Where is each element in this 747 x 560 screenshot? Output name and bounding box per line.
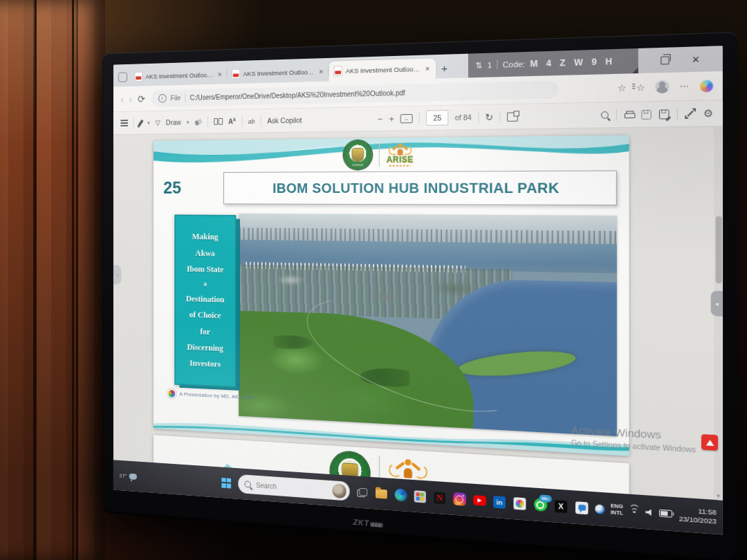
highlight-icon[interactable] [138,119,143,127]
divider [419,113,420,124]
notification-badge: 99+ [539,494,551,503]
adobe-acrobat-icon[interactable] [701,434,718,451]
zoom-out-icon[interactable]: − [378,113,383,124]
fit-width-icon[interactable]: ↔ [400,113,413,122]
arise-logo: ARISE [387,143,414,167]
save-icon[interactable] [642,109,652,119]
search-input[interactable] [255,480,328,494]
updown-icon: ⇅ [475,60,482,71]
refresh-icon[interactable]: ⟳ [138,93,145,103]
side-panel-line: Making [192,229,219,245]
speaker-icon[interactable] [645,509,653,516]
tab-3-active[interactable]: AKS Investment Outlook.pdf ✕ [329,58,436,81]
onedrive-icon[interactable] [595,504,605,514]
linkedin-button[interactable]: in [492,494,506,509]
side-panel-handle-left[interactable]: › [113,265,121,284]
workspaces-icon[interactable] [118,72,127,82]
battery-icon[interactable] [659,510,672,518]
side-panel-line: Ibom State [187,261,223,277]
instagram-button[interactable] [452,492,465,507]
search-document-icon[interactable] [601,111,609,119]
table-of-contents-icon[interactable] [120,120,128,127]
akwa-ibom-seal: NIGERIA [344,140,372,169]
netflix-button[interactable]: N [433,491,446,505]
divider [261,115,261,127]
translate-icon[interactable]: ab [248,117,255,124]
zoom-in-icon[interactable]: + [389,113,394,124]
weather-widget[interactable]: 27° [120,472,138,479]
search-daily-image[interactable] [332,483,346,498]
slide-header-logos: NIGERIA ARISE [344,140,414,169]
page-info-icon[interactable]: i [158,94,167,103]
x-button[interactable]: X [554,499,568,514]
page-view-icon[interactable] [507,112,518,122]
favorite-star-icon[interactable]: ☆ [618,82,627,93]
save-as-icon[interactable] [659,109,670,119]
tab-close-icon[interactable]: ✕ [216,71,223,79]
scrollbar-thumb[interactable] [715,216,721,283]
rotate-icon[interactable]: ↻ [485,111,492,122]
new-tab-button[interactable]: + [441,62,448,75]
close-window-icon[interactable]: ✕ [692,53,700,64]
x-icon: X [555,500,567,513]
tab-close-icon[interactable]: ✕ [318,67,324,75]
tab-close-icon[interactable]: ✕ [424,64,431,73]
two-page-view-icon[interactable] [214,118,223,125]
side-panel-handle-right[interactable]: ◂ [711,291,723,317]
task-view-button[interactable] [356,485,369,499]
page-number-input[interactable]: 25 [426,110,448,126]
forward-icon[interactable]: › [129,94,132,104]
language-switcher[interactable]: ENG INTL [611,503,623,517]
restore-window-icon[interactable] [661,56,669,64]
arise-figure-icon [394,458,423,479]
browser-actions: ☆ ☆ ⋯ [618,79,714,94]
fullscreen-icon[interactable] [686,109,696,118]
wood-groove [35,0,37,560]
settings-gear-icon[interactable]: ⚙ [703,107,713,119]
whatsapp-button[interactable]: 99+ [533,497,547,512]
edge-button[interactable] [394,488,407,502]
tab-label: AKS Investment Outlook.pdf [346,65,421,75]
wood-panel-wall [0,0,105,560]
ask-copilot-button[interactable]: Ask Copilot [267,116,302,125]
divider [185,93,185,102]
tab-1[interactable]: AKS Investment Outlook.pdf ✕ [130,64,227,86]
aerial-photo [239,214,617,436]
pdf-content-area: NIGERIA ARISE 25 IBOM SOLUTI [113,127,723,501]
clock[interactable]: 11:58 23/10/2023 [679,505,717,526]
photos-button[interactable] [513,496,526,510]
copilot-icon[interactable] [700,80,713,93]
arise-figure-icon [391,143,409,155]
profile-avatar[interactable] [655,80,669,94]
favorites-bar-icon[interactable]: ☆ [636,82,645,93]
back-icon[interactable]: ‹ [120,94,123,104]
print-icon[interactable] [625,111,634,118]
tab-2[interactable]: AKS Investment Outlook.pdf ✕ [228,62,329,84]
file-explorer-button[interactable] [375,487,388,501]
page-controls: − + ↔ 25 of 84 ↻ [378,109,517,127]
draw-chevron-icon[interactable]: ▾ [187,119,190,125]
wifi-icon[interactable] [629,507,639,516]
side-panel-line: of Choice [190,307,221,324]
draw-nib-icon[interactable]: ▽ [156,118,160,127]
weather-temp: 27° [120,472,127,478]
highlight-chevron-icon[interactable]: ▾ [147,120,150,126]
eraser-icon[interactable] [194,118,203,126]
more-menu-icon[interactable]: ⋯ [679,81,690,91]
scheme-label: File [171,94,181,102]
microsoft-store-button[interactable] [414,489,427,504]
divider [133,118,134,128]
divider [208,116,208,127]
scroll-down-icon[interactable]: ▼ [714,493,723,498]
seal-text: NIGERIA [344,140,372,169]
linkedin-icon: in [493,496,506,509]
taskbar-search[interactable] [238,474,349,501]
code-value: M 4 Z W 9 H [530,57,615,69]
tray-chevron-icon[interactable]: ^ [586,504,589,512]
draw-label[interactable]: Draw [166,118,181,127]
youtube-button[interactable] [472,493,486,507]
side-panel-line: Investors [190,355,221,373]
task-view-icon [357,487,367,497]
start-button[interactable] [220,476,232,490]
read-aloud-icon[interactable]: AA [228,117,236,125]
